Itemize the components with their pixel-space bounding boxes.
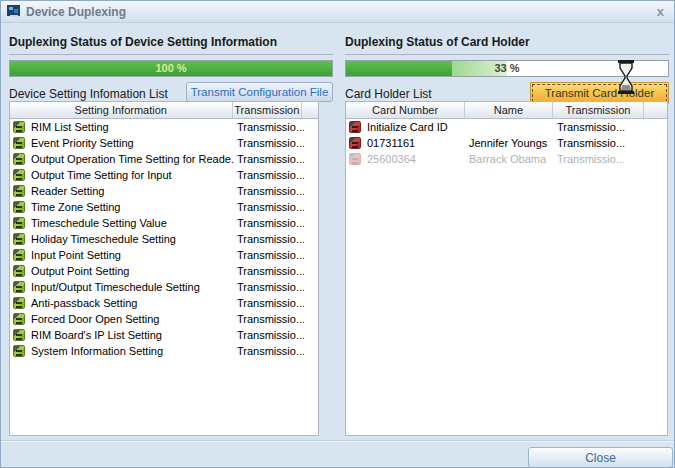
setting-icon	[13, 233, 25, 245]
table-row[interactable]: Input/Output Timeschedule SettingTransmi…	[10, 279, 318, 295]
card-holder-table: Card Number Name Transmission Initialize…	[345, 101, 668, 436]
setting-icon	[13, 249, 25, 261]
table-row[interactable]: Initialize Card IDTransmissio...	[346, 119, 667, 135]
setting-information-table: Setting Information Transmission RIM Lis…	[9, 101, 319, 436]
titlebar: Device Duplexing x	[1, 1, 674, 23]
table-row[interactable]: System Information SettingTransmissio...	[10, 343, 318, 359]
table-row[interactable]: 01731161Jennifer YoungsTransmissio...	[346, 135, 667, 151]
column-header-filler	[302, 102, 318, 118]
table-row[interactable]: Output Point SettingTransmissio...	[10, 263, 318, 279]
setting-icon	[13, 329, 25, 341]
card-icon	[349, 153, 361, 165]
card-icon	[349, 121, 361, 133]
table-header: Card Number Name Transmission	[346, 102, 667, 119]
setting-icon	[13, 153, 25, 165]
device-setting-progressbar: 100 %	[9, 60, 333, 77]
window-title: Device Duplexing	[26, 5, 126, 19]
table-row[interactable]: Time Zone SettingTransmissio...	[10, 199, 318, 215]
column-header-filler	[644, 102, 667, 118]
column-header-transmission[interactable]: Transmission	[233, 102, 303, 118]
footer-divider	[1, 440, 674, 442]
transmit-configuration-file-button[interactable]: Transmit Configuration File	[186, 82, 333, 102]
setting-icon	[13, 297, 25, 309]
setting-icon	[13, 121, 25, 133]
table-row[interactable]: RIM List SettingTransmissio...	[10, 119, 318, 135]
setting-icon	[13, 281, 25, 293]
setting-icon	[13, 137, 25, 149]
hourglass-cursor-icon	[615, 59, 637, 99]
table-row[interactable]: Input Point SettingTransmissio...	[10, 247, 318, 263]
setting-icon	[13, 217, 25, 229]
app-icon	[7, 4, 22, 19]
card-holder-list-label: Card Holder List	[345, 87, 432, 101]
table-row[interactable]: Output Time Setting for InputTransmissio…	[10, 167, 318, 183]
column-header-setting-information[interactable]: Setting Information	[10, 102, 233, 118]
setting-icon	[13, 265, 25, 277]
table-row[interactable]: Forced Door Open SettingTransmissio...	[10, 311, 318, 327]
close-icon[interactable]: x	[657, 4, 664, 20]
table-row[interactable]: Reader SettingTransmissio...	[10, 183, 318, 199]
table-row[interactable]: Timeschedule Setting ValueTransmissio...	[10, 215, 318, 231]
setting-icon	[13, 201, 25, 213]
table-row[interactable]: Holiday Timeschedule SettingTransmissio.…	[10, 231, 318, 247]
table-row[interactable]: 25600364Barrack ObamaTransmissio...	[346, 151, 667, 167]
column-header-transmission[interactable]: Transmission	[553, 102, 644, 118]
device-setting-panel: Duplexing Status of Device Setting Infor…	[9, 31, 333, 106]
column-header-card-number[interactable]: Card Number	[346, 102, 465, 118]
setting-icon	[13, 185, 25, 197]
card-holder-heading: Duplexing Status of Card Holder	[345, 31, 669, 55]
close-button[interactable]: Close	[528, 447, 673, 468]
progress-value: 100 %	[10, 61, 332, 76]
table-header: Setting Information Transmission	[10, 102, 318, 119]
setting-icon	[13, 313, 25, 325]
setting-icon	[13, 169, 25, 181]
table-row[interactable]: RIM Board's IP List SettingTransmissio..…	[10, 327, 318, 343]
card-icon	[349, 137, 361, 149]
device-setting-heading: Duplexing Status of Device Setting Infor…	[9, 31, 333, 55]
table-row[interactable]: Event Priority SettingTransmissio...	[10, 135, 318, 151]
table-row[interactable]: Output Operation Time Setting for Reade.…	[10, 151, 318, 167]
device-duplexing-dialog: Device Duplexing x Duplexing Status of D…	[0, 0, 675, 468]
table-row[interactable]: Anti-passback SettingTransmissio...	[10, 295, 318, 311]
setting-icon	[13, 345, 25, 357]
device-setting-list-label: Device Setting Infomation List	[9, 87, 168, 101]
column-header-name[interactable]: Name	[465, 102, 552, 118]
